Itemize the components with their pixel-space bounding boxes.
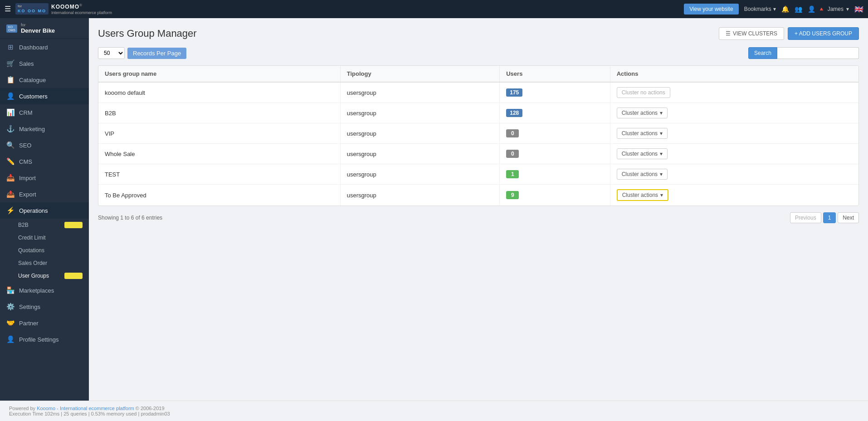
records-per-page-label: Records Per Page xyxy=(127,48,186,59)
catalogue-icon: 📋 xyxy=(6,76,15,84)
sidebar-item-seo[interactable]: 🔍 SEO xyxy=(0,137,89,153)
main-content: Users Group Manager ☰ VIEW CLUSTERS + AD… xyxy=(89,18,868,401)
next-page-button[interactable]: Next xyxy=(838,212,859,223)
search-button[interactable]: Search xyxy=(748,47,777,59)
cluster-actions-button[interactable]: Cluster actions ▾ xyxy=(617,108,668,118)
sidebar-navigation: ⊞ Dashboard 🛒 Sales 📋 Catalogue 👤 Custom… xyxy=(0,39,89,401)
cell-name: TEST xyxy=(98,164,340,185)
sidebar-item-dashboard[interactable]: ⊞ Dashboard xyxy=(0,39,89,55)
sidebar-sub-item-b2b[interactable]: B2B xyxy=(0,219,89,231)
sidebar-item-label: Customers xyxy=(19,93,48,100)
sidebar-sub-label: Credit Limit xyxy=(18,235,46,241)
add-users-group-button[interactable]: + ADD USERS GROUP xyxy=(788,27,859,40)
sidebar-item-settings[interactable]: ⚙️ Settings xyxy=(0,299,89,315)
cell-actions: Cluster actions ▾ xyxy=(610,164,858,185)
cluster-actions-button[interactable]: Cluster actions ▾ xyxy=(617,128,668,139)
sidebar-item-export[interactable]: 📤 Export xyxy=(0,186,89,202)
marketplaces-icon: 🏪 xyxy=(6,286,15,294)
cluster-actions-button[interactable]: Cluster actions ▾ xyxy=(617,148,668,159)
dropdown-arrow-icon: ▾ xyxy=(660,171,663,177)
cell-users: 9 xyxy=(500,185,610,206)
dashboard-icon: ⊞ xyxy=(6,43,15,51)
hamburger-icon[interactable]: ☰ xyxy=(5,5,11,13)
store-info: KOOMS for Denver Bike xyxy=(0,18,89,39)
sidebar-item-customers[interactable]: 👤 Customers xyxy=(0,88,89,104)
table-row: VIP usersgroup 0 Cluster actions ▾ xyxy=(98,123,858,144)
cell-name: B2B xyxy=(98,103,340,123)
sidebar-sub-item-quotations[interactable]: Quotations xyxy=(0,244,89,257)
cms-icon: ✏️ xyxy=(6,157,15,166)
sidebar-item-cms[interactable]: ✏️ CMS xyxy=(0,153,89,170)
table-row: kooomo default usersgroup 175 Cluster no… xyxy=(98,82,858,103)
table-body: kooomo default usersgroup 175 Cluster no… xyxy=(98,82,858,206)
dropdown-arrow-icon: ▾ xyxy=(660,110,663,116)
store-name: Denver Bike xyxy=(21,27,55,34)
language-flag[interactable]: 🇬🇧 xyxy=(854,5,863,14)
cell-users: 0 xyxy=(500,123,610,144)
sidebar-sub-item-credit-limit[interactable]: Credit Limit xyxy=(0,231,89,244)
sidebar-item-import[interactable]: 📥 Import xyxy=(0,170,89,186)
store-for-label: for xyxy=(21,23,55,27)
sidebar-sub-label: User Groups xyxy=(18,273,49,279)
bell-icon[interactable]: 🔔 xyxy=(781,5,789,13)
sidebar-item-profile-settings[interactable]: 👤 Profile Settings xyxy=(0,331,89,348)
profile-settings-icon: 👤 xyxy=(6,335,15,343)
sidebar-item-partner[interactable]: 🤝 Partner xyxy=(0,315,89,331)
sidebar-item-operations[interactable]: ⚡ Operations xyxy=(0,202,89,219)
sidebar-sub-label: Sales Order xyxy=(18,260,47,266)
col-header-actions: Actions xyxy=(610,66,858,82)
cell-tipology: usersgroup xyxy=(340,82,500,103)
sidebar-item-label: Sales xyxy=(19,60,34,67)
view-clusters-button[interactable]: ☰ VIEW CLUSTERS xyxy=(719,27,784,40)
cell-name: To Be Approved xyxy=(98,185,340,206)
sidebar: KOOMS for Denver Bike ⊞ Dashboard 🛒 Sale… xyxy=(0,18,89,401)
sidebar-sub-label: B2B xyxy=(18,222,29,228)
sidebar-item-label: CMS xyxy=(19,158,32,165)
cluster-actions-button[interactable]: Cluster actions ▾ xyxy=(617,169,668,180)
table-head: Users group name Tipology Users Actions xyxy=(98,66,858,82)
cell-users: 128 xyxy=(500,103,610,123)
export-icon: 📤 xyxy=(6,190,15,198)
view-website-button[interactable]: View your website xyxy=(684,4,739,15)
users-group-table: Users group name Tipology Users Actions … xyxy=(98,65,859,206)
sidebar-item-catalogue[interactable]: 📋 Catalogue xyxy=(0,72,89,88)
import-icon: 📥 xyxy=(6,174,15,182)
user-area[interactable]: 👤 🔺 James ▾ xyxy=(808,5,849,13)
sidebar-item-label: Catalogue xyxy=(19,77,46,83)
sidebar-item-crm[interactable]: 📊 CRM xyxy=(0,104,89,121)
top-nav-right: View your website Bookmarks ▾ 🔔 👥 👤 🔺 Ja… xyxy=(684,4,863,15)
cell-actions: Cluster actions ▾ xyxy=(610,185,858,206)
cell-users: 1 xyxy=(500,164,610,185)
prev-page-button[interactable]: Previous xyxy=(790,212,821,223)
marketing-icon: ⚓ xyxy=(6,125,15,133)
records-per-page-select[interactable]: 50 25 100 xyxy=(98,47,125,59)
table-header-row: Users group name Tipology Users Actions xyxy=(98,66,858,82)
customers-icon: 👤 xyxy=(6,92,15,100)
search-area: Search xyxy=(748,47,859,59)
sidebar-sub-item-user-groups[interactable]: User Groups xyxy=(0,269,89,282)
sidebar-item-label: CRM xyxy=(19,109,33,116)
sidebar-item-marketing[interactable]: ⚓ Marketing xyxy=(0,121,89,137)
search-input[interactable] xyxy=(777,47,859,59)
user-name: James xyxy=(828,6,844,12)
col-header-tipology: Tipology xyxy=(340,66,500,82)
cell-tipology: usersgroup xyxy=(340,185,500,206)
sidebar-item-label: SEO xyxy=(19,142,31,149)
seo-icon: 🔍 xyxy=(6,141,15,149)
page-1-button[interactable]: 1 xyxy=(823,212,836,223)
cell-actions: Cluster actions ▾ xyxy=(610,123,858,144)
top-nav: ☰ for KO OO MO KOOOMO® International eco… xyxy=(0,0,868,18)
footer-link[interactable]: Kooomo - International ecommerce platfor… xyxy=(37,406,134,411)
toolbar: 50 25 100 Records Per Page Search xyxy=(98,47,859,59)
user-switch-icon[interactable]: 👥 xyxy=(795,5,802,13)
table-row: To Be Approved usersgroup 9 Cluster acti… xyxy=(98,185,858,206)
dropdown-arrow-icon: ▾ xyxy=(660,192,663,198)
sidebar-item-marketplaces[interactable]: 🏪 Marketplaces xyxy=(0,282,89,299)
footer-powered-by: Powered by Kooomo - International ecomme… xyxy=(9,406,859,411)
cell-actions: Cluster no actions xyxy=(610,82,858,103)
app-body: KOOMS for Denver Bike ⊞ Dashboard 🛒 Sale… xyxy=(0,18,868,401)
bookmarks-button[interactable]: Bookmarks ▾ xyxy=(744,6,776,12)
sidebar-item-sales[interactable]: 🛒 Sales xyxy=(0,55,89,72)
sidebar-sub-item-sales-order[interactable]: Sales Order xyxy=(0,257,89,269)
cluster-actions-button[interactable]: Cluster actions ▾ xyxy=(617,189,668,201)
